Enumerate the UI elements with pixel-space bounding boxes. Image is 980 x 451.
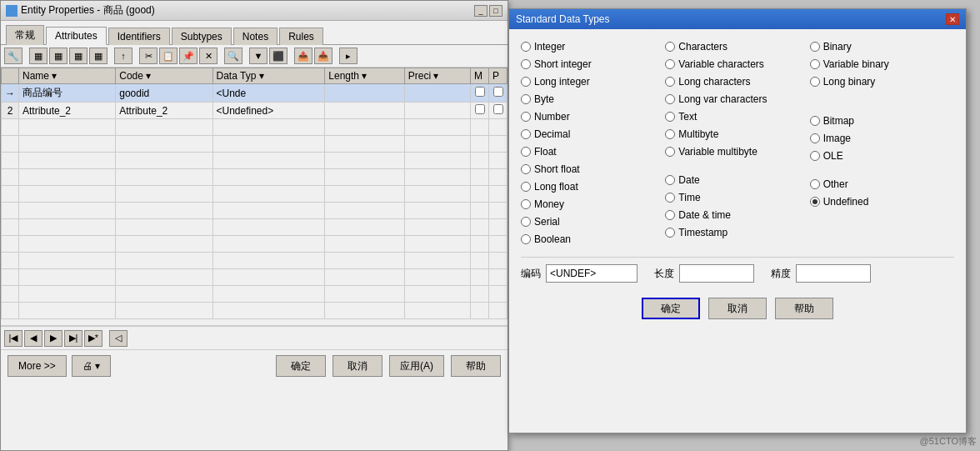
radio-short-float[interactable]: Short float	[521, 162, 665, 177]
tab-rules[interactable]: Rules	[279, 28, 323, 45]
radio-circle-image[interactable]	[810, 133, 820, 143]
cell-m[interactable]	[471, 103, 489, 119]
col-m[interactable]: M	[471, 68, 489, 84]
nav-first-button[interactable]: |◀	[4, 330, 22, 347]
export-button[interactable]: 📤	[294, 48, 312, 64]
radio-circle-float[interactable]	[521, 147, 531, 157]
radio-other[interactable]: Other	[810, 177, 954, 192]
radio-short-integer[interactable]: Short integer	[521, 57, 665, 72]
filter2-button[interactable]: ⬛	[269, 48, 288, 64]
col-p[interactable]: P	[489, 68, 508, 84]
radio-circle-other[interactable]	[810, 179, 820, 189]
grid2-button[interactable]: ▦	[49, 48, 68, 64]
radio-multibyte[interactable]: Multibyte	[665, 127, 809, 142]
minimize-button[interactable]: _	[474, 5, 488, 17]
cell-datatype[interactable]: <Unde	[212, 84, 325, 103]
more-button[interactable]: More >>	[8, 355, 67, 377]
help-button[interactable]: 帮助	[451, 355, 501, 377]
radio-number[interactable]: Number	[521, 109, 665, 124]
radio-time[interactable]: Time	[665, 190, 809, 205]
dialog-help-button[interactable]: 帮助	[775, 298, 833, 319]
radio-circle-decimal[interactable]	[521, 129, 531, 139]
grid-button[interactable]: ▦	[29, 48, 48, 64]
cell-name[interactable]: Attribute_2	[19, 103, 116, 119]
copy-button[interactable]: 📋	[159, 48, 178, 64]
radio-circle-date-time[interactable]	[665, 210, 675, 220]
radio-timestamp[interactable]: Timestamp	[665, 225, 809, 240]
dialog-cancel-button[interactable]: 取消	[708, 298, 767, 319]
filter-button[interactable]: ▼	[249, 48, 268, 64]
grid3-button[interactable]: ▦	[69, 48, 88, 64]
find-button[interactable]: 🔍	[224, 48, 242, 64]
nav-add-button[interactable]: ▶*	[84, 330, 102, 347]
cut-button[interactable]: ✂	[139, 48, 158, 64]
table-row[interactable]: → 商品编号 goodid <Unde	[2, 84, 508, 103]
cell-datatype[interactable]: <Undefined>	[212, 103, 325, 119]
tab-subtypes[interactable]: Subtypes	[172, 28, 232, 45]
col-datatype[interactable]: Data Typ ▾	[212, 68, 325, 84]
radio-long-integer[interactable]: Long integer	[521, 74, 665, 89]
cell-preci[interactable]	[404, 84, 470, 103]
radio-long-float[interactable]: Long float	[521, 179, 665, 194]
radio-circle-variable-characters[interactable]	[665, 59, 675, 69]
nav-scroll-button[interactable]: ◁	[109, 330, 128, 347]
radio-circle-bitmap[interactable]	[810, 116, 820, 126]
radio-circle-number[interactable]	[521, 112, 531, 122]
nav-last-button[interactable]: ▶|	[64, 330, 82, 347]
radio-float[interactable]: Float	[521, 144, 665, 159]
precision-input[interactable]	[796, 264, 871, 283]
nav-prev-button[interactable]: ◀	[24, 330, 42, 347]
radio-long-characters[interactable]: Long characters	[665, 74, 809, 89]
radio-circle-integer[interactable]	[521, 42, 531, 52]
radio-circle-timestamp[interactable]	[665, 228, 675, 238]
radio-integer[interactable]: Integer	[521, 39, 665, 54]
apply-button[interactable]: 应用(A)	[389, 355, 444, 377]
grid4-button[interactable]: ▦	[89, 48, 108, 64]
cell-length[interactable]	[325, 84, 404, 103]
radio-circle-long-var-characters[interactable]	[665, 94, 675, 104]
radio-undefined[interactable]: Undefined	[810, 194, 954, 209]
radio-variable-characters[interactable]: Variable characters	[665, 57, 809, 72]
radio-circle-long-binary[interactable]	[810, 77, 820, 87]
radio-characters[interactable]: Characters	[665, 39, 809, 54]
cancel-button[interactable]: 取消	[332, 355, 382, 377]
radio-circle-date[interactable]	[665, 175, 675, 185]
radio-circle-long-float[interactable]	[521, 182, 531, 192]
radio-circle-variable-multibyte[interactable]	[665, 147, 675, 157]
col-preci[interactable]: Preci ▾	[404, 68, 470, 84]
radio-image[interactable]: Image	[810, 131, 954, 146]
col-name[interactable]: Name ▾	[19, 68, 116, 84]
more-toolbar-button[interactable]: ▸	[339, 48, 358, 64]
radio-circle-boolean[interactable]	[521, 234, 531, 244]
radio-circle-characters[interactable]	[665, 42, 675, 52]
radio-long-binary[interactable]: Long binary	[810, 74, 954, 89]
move-up-button[interactable]: ↑	[114, 48, 132, 64]
restore-button[interactable]: □	[489, 5, 502, 17]
properties-button[interactable]: 🔧	[4, 48, 22, 64]
radio-circle-long-integer[interactable]	[521, 77, 531, 87]
length-input[interactable]	[679, 264, 754, 283]
radio-circle-money[interactable]	[521, 199, 531, 209]
radio-byte[interactable]: Byte	[521, 92, 665, 107]
radio-circle-serial[interactable]	[521, 217, 531, 227]
cell-name[interactable]: 商品编号	[19, 84, 116, 103]
print-button[interactable]: 🖨 ▾	[72, 355, 111, 377]
delete-button[interactable]: ✕	[199, 48, 218, 64]
attributes-table-container[interactable]: Name ▾ Code ▾ Data Typ ▾ Length ▾ Preci …	[1, 68, 508, 326]
cell-preci[interactable]	[404, 103, 470, 119]
tab-attributes[interactable]: Attributes	[46, 27, 107, 45]
radio-bitmap[interactable]: Bitmap	[810, 113, 954, 128]
tab-general[interactable]: 常规	[6, 25, 44, 45]
radio-circle-ole[interactable]	[810, 151, 820, 161]
col-length[interactable]: Length ▾	[325, 68, 404, 84]
radio-money[interactable]: Money	[521, 197, 665, 212]
radio-circle-multibyte[interactable]	[665, 129, 675, 139]
col-code[interactable]: Code ▾	[116, 68, 212, 84]
radio-variable-multibyte[interactable]: Variable multibyte	[665, 144, 809, 159]
cell-p[interactable]	[489, 84, 508, 103]
radio-date-time[interactable]: Date & time	[665, 208, 809, 223]
radio-circle-variable-binary[interactable]	[810, 59, 820, 69]
import-button[interactable]: 📥	[314, 48, 332, 64]
code-input[interactable]	[546, 264, 638, 283]
nav-next-button[interactable]: ▶	[44, 330, 62, 347]
